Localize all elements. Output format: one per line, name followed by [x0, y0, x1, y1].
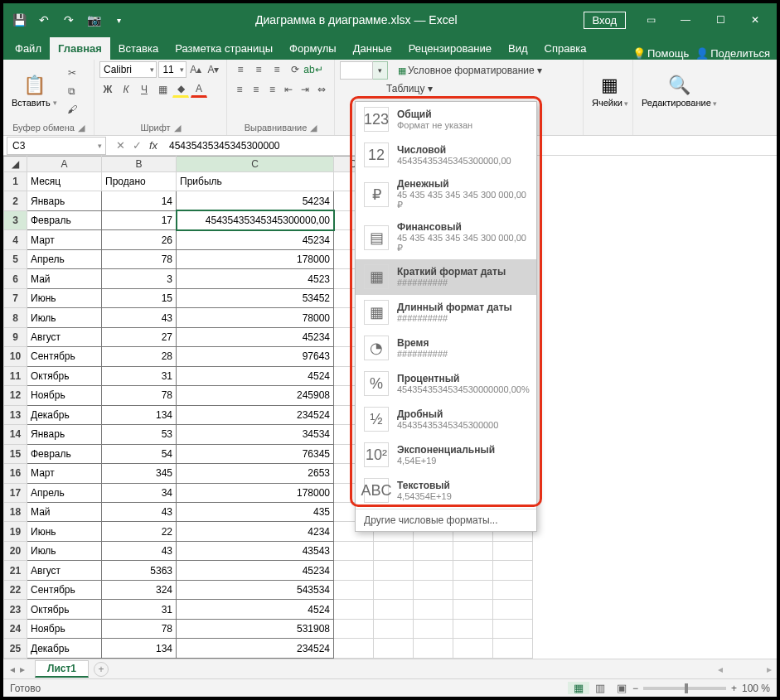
cell[interactable] [493, 541, 533, 560]
zoom-out-icon[interactable]: − [632, 683, 638, 694]
cell[interactable] [334, 541, 374, 560]
font-color-icon[interactable]: A [191, 81, 207, 98]
row-header[interactable]: 5 [4, 249, 27, 268]
cell[interactable] [493, 619, 533, 638]
view-normal-icon[interactable]: ▦ [568, 682, 589, 694]
cell[interactable] [493, 561, 533, 580]
cell[interactable]: 43543 [177, 541, 334, 560]
cell[interactable]: 34 [102, 483, 177, 502]
tab-insert[interactable]: Вставка [110, 37, 167, 60]
cell[interactable]: 17 [102, 210, 177, 229]
cell[interactable]: 45435435345345300000,00 [177, 210, 334, 229]
cell[interactable] [453, 619, 493, 638]
cell[interactable]: Месяц [27, 172, 102, 191]
format-painter-icon[interactable]: 🖌 [64, 101, 80, 118]
number-format-combo[interactable] [340, 61, 373, 80]
cut-icon[interactable]: ✂ [64, 65, 80, 81]
number-format-item[interactable]: %Процентный4543543534534530000000,00% [356, 366, 536, 402]
cell[interactable]: Январь [27, 191, 102, 210]
undo-icon[interactable]: ↶ [33, 9, 55, 31]
add-sheet-button[interactable]: + [94, 662, 109, 677]
cell[interactable] [453, 541, 493, 560]
decrease-font-icon[interactable]: A▾ [206, 61, 221, 78]
zoom-level[interactable]: 100 % [742, 683, 770, 694]
row-header[interactable]: 12 [4, 386, 27, 405]
align-left-icon[interactable]: ≡ [232, 81, 247, 98]
wrap-text-icon[interactable]: ab↵ [305, 61, 322, 78]
cell[interactable]: 31 [102, 600, 177, 619]
fx-icon[interactable]: fx [146, 139, 161, 152]
cell[interactable] [493, 639, 533, 659]
cell[interactable]: Февраль [27, 444, 102, 463]
row-header[interactable]: 10 [4, 347, 27, 366]
cell[interactable]: Август [27, 561, 102, 580]
more-number-formats[interactable]: Другие числовые форматы... [356, 509, 536, 531]
row-header[interactable]: 11 [4, 366, 27, 385]
row-header[interactable]: 7 [4, 288, 27, 307]
number-format-item[interactable]: ½Дробный45435435345345300000 [356, 402, 536, 437]
cell[interactable]: 2653 [177, 464, 334, 483]
cell[interactable] [374, 619, 414, 638]
cell[interactable]: 78 [102, 249, 177, 268]
tab-view[interactable]: Вид [500, 37, 536, 60]
cell[interactable]: Апрель [27, 483, 102, 502]
cell[interactable]: Октябрь [27, 366, 102, 385]
cell[interactable] [493, 600, 533, 619]
view-page-layout-icon[interactable]: ▥ [589, 682, 611, 694]
cell[interactable]: 14 [102, 191, 177, 210]
row-header[interactable]: 21 [4, 561, 27, 580]
cell[interactable] [374, 600, 414, 619]
row-header[interactable]: 17 [4, 483, 27, 502]
cell[interactable]: 28 [102, 347, 177, 366]
cell[interactable]: 178000 [177, 483, 334, 502]
select-all[interactable]: ◢ [4, 157, 27, 172]
cell[interactable]: 45234 [177, 327, 334, 346]
copy-icon[interactable]: ⧉ [64, 83, 80, 99]
cell[interactable] [414, 619, 453, 638]
cell[interactable] [414, 541, 453, 560]
row-header[interactable]: 4 [4, 230, 27, 249]
minimize-icon[interactable]: — [669, 7, 702, 32]
col-header[interactable]: A [27, 157, 102, 172]
cell[interactable]: 345 [102, 464, 177, 483]
share-button[interactable]: 👤Поделиться [695, 47, 770, 60]
row-header[interactable]: 6 [4, 269, 27, 288]
cell[interactable] [334, 600, 374, 619]
row-header[interactable]: 20 [4, 541, 27, 560]
cell[interactable]: 78 [102, 386, 177, 405]
dialog-launcher-icon[interactable]: ◢ [174, 123, 181, 133]
bold-icon[interactable]: Ж [99, 81, 116, 98]
cell[interactable]: 324 [102, 580, 177, 599]
format-as-table-button[interactable]: Таблицу ▾ [386, 83, 433, 94]
indent-increase-icon[interactable]: ⇥ [298, 81, 312, 98]
cell[interactable] [453, 580, 493, 599]
tab-formulas[interactable]: Формулы [281, 37, 345, 60]
font-size-combo[interactable]: 11 [158, 61, 186, 78]
tab-review[interactable]: Рецензирование [400, 37, 500, 60]
cell[interactable]: Ноябрь [27, 386, 102, 405]
cancel-formula-icon[interactable]: ✕ [113, 139, 128, 152]
cell[interactable]: 134 [102, 639, 177, 659]
row-header[interactable]: 2 [4, 191, 27, 210]
cell[interactable]: 53452 [177, 288, 334, 307]
cell[interactable] [453, 561, 493, 580]
number-format-item[interactable]: ₽Денежный45 435 435 345 345 300 000,00 ₽ [356, 173, 536, 216]
underline-icon[interactable]: Ч [136, 81, 153, 98]
number-format-item[interactable]: ▤Финансовый45 435 435 345 345 300 000,00… [356, 216, 536, 259]
cell[interactable]: 22 [102, 522, 177, 541]
cell[interactable] [334, 619, 374, 638]
cell[interactable]: Июль [27, 308, 102, 327]
cell[interactable]: 43 [102, 502, 177, 521]
align-right-icon[interactable]: ≡ [265, 81, 280, 98]
cell[interactable] [334, 561, 374, 580]
cell[interactable]: 26 [102, 230, 177, 249]
cell[interactable]: 134 [102, 405, 177, 424]
row-header[interactable]: 8 [4, 308, 27, 327]
font-name-combo[interactable]: Calibri [99, 61, 157, 78]
cell[interactable]: 43 [102, 541, 177, 560]
cell[interactable]: 27 [102, 327, 177, 346]
cell[interactable] [414, 639, 453, 659]
dialog-launcher-icon[interactable]: ◢ [78, 123, 85, 133]
cell[interactable]: Продано [102, 172, 177, 191]
sheet-nav-first-icon[interactable]: ◂ [10, 664, 15, 675]
